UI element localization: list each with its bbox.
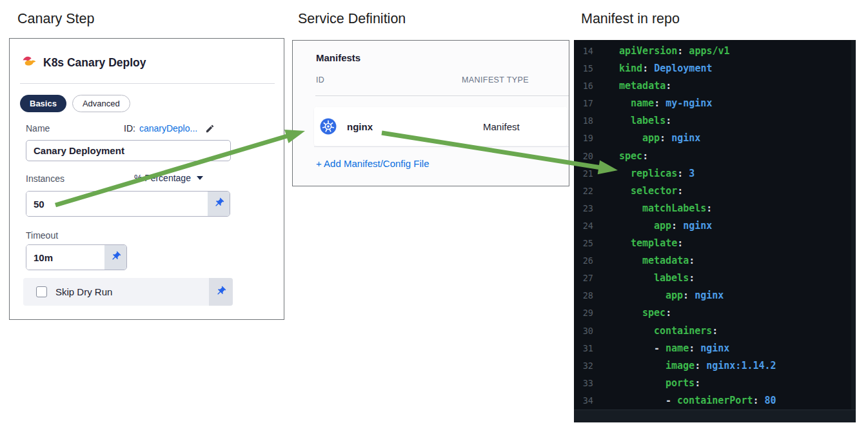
code-line: 24app: nginx <box>574 217 856 235</box>
skip-dry-run-checkbox[interactable] <box>36 286 47 297</box>
code-line: 18labels: <box>574 112 856 130</box>
service-definition-card: Manifests ID MANIFEST TYPE <box>292 40 569 186</box>
instances-unit-dropdown[interactable]: % Percentage <box>134 173 203 183</box>
yaml-editor[interactable]: 14apiVersion: apps/v115kind: Deployment1… <box>574 40 856 422</box>
chevron-down-icon <box>197 176 203 180</box>
code-line: 25template: <box>574 235 856 252</box>
editor-scrollbar[interactable] <box>851 40 856 410</box>
skip-dry-run-row: Skip Dry Run <box>23 278 233 306</box>
manifests-title: Manifests <box>316 52 360 63</box>
edit-pencil-icon[interactable] <box>205 124 215 133</box>
manifest-row-type: Manifest <box>483 121 520 132</box>
code-line: 23matchLabels: <box>574 200 856 217</box>
instances-pin-button[interactable] <box>208 192 230 216</box>
step-title: K8s Canary Deploy <box>43 56 146 70</box>
kubernetes-icon <box>320 118 337 135</box>
instances-input[interactable] <box>26 192 208 216</box>
code-line: 32image: nginx:1.14.2 <box>574 357 856 375</box>
editor-bottom-bar <box>574 410 856 422</box>
timeout-label: Timeout <box>26 230 58 241</box>
pin-icon <box>213 197 224 210</box>
code-line: 27labels: <box>574 270 856 287</box>
code-line: 26metadata: <box>574 252 856 270</box>
skip-dry-run-pin-button[interactable] <box>209 278 233 306</box>
divider <box>20 83 275 84</box>
code-line: 16metadata: <box>574 77 856 95</box>
code-line: 30containers: <box>574 322 856 340</box>
page: Canary Step Service Definition Manifest … <box>0 0 868 425</box>
code-line: 19app: nginx <box>574 130 856 147</box>
code-line: 33ports: <box>574 375 856 392</box>
code-line: 29spec: <box>574 304 856 322</box>
code-line: 17name: my-nginx <box>574 95 856 112</box>
code-lines: 14apiVersion: apps/v115kind: Deployment1… <box>574 40 856 410</box>
timeout-input[interactable] <box>26 245 104 270</box>
instances-unit-value: % Percentage <box>134 173 191 183</box>
manifest-row-id: nginx <box>347 121 373 132</box>
code-line: 20spec: <box>574 148 856 165</box>
name-label: Name <box>26 123 50 133</box>
pin-icon <box>110 251 121 264</box>
canary-bird-icon <box>22 55 37 70</box>
code-line: 34- containerPort: 80 <box>574 392 856 410</box>
divider <box>315 95 569 96</box>
column-header-id: ID <box>316 75 324 84</box>
add-manifest-link[interactable]: + Add Manifest/Config File <box>316 158 429 169</box>
code-line: 14apiVersion: apps/v1 <box>574 43 856 60</box>
name-input[interactable] <box>26 140 231 161</box>
code-line: 28app: nginx <box>574 287 856 304</box>
pin-icon <box>215 286 226 299</box>
manifest-row[interactable]: nginx Manifest <box>314 107 567 146</box>
canary-step-card: K8s Canary Deploy Basics Advanced Name I… <box>9 38 284 320</box>
id-prefix: ID: <box>124 123 135 133</box>
step-id-link[interactable]: canaryDeplo... <box>139 123 197 133</box>
code-line: 21replicas: 3 <box>574 165 856 183</box>
heading-canary-step: Canary Step <box>17 11 95 27</box>
divider <box>314 146 569 147</box>
code-line: 22selector: <box>574 183 856 200</box>
heading-service-definition: Service Definition <box>298 11 406 27</box>
column-header-manifest-type: MANIFEST TYPE <box>462 75 529 84</box>
code-line: 15kind: Deployment <box>574 60 856 77</box>
timeout-pin-button[interactable] <box>104 245 126 270</box>
code-line: 31- name: nginx <box>574 340 856 357</box>
heading-manifest-in-repo: Manifest in repo <box>581 11 680 27</box>
instances-label: Instances <box>26 173 64 184</box>
skip-dry-run-label: Skip Dry Run <box>55 286 209 297</box>
tab-basics[interactable]: Basics <box>20 95 66 112</box>
tab-advanced[interactable]: Advanced <box>72 95 130 112</box>
